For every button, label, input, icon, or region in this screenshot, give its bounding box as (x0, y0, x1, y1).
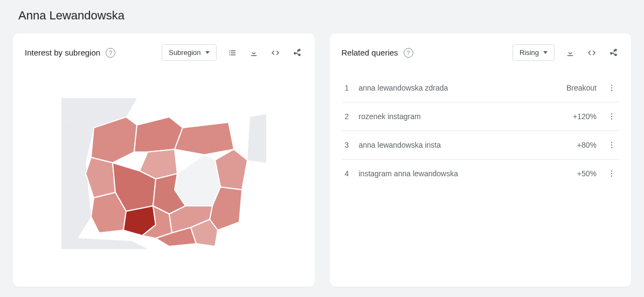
page-title: Anna Lewandowska (18, 9, 631, 23)
svg-point-2 (611, 87, 612, 88)
svg-point-11 (611, 173, 612, 174)
embed-icon[interactable] (586, 47, 598, 59)
caret-down-icon (205, 51, 210, 54)
query-rank: 4 (345, 169, 351, 178)
query-text: anna lewandowska insta (359, 141, 570, 149)
query-row[interactable]: 4 instagram anna lewandowska +50% (342, 160, 620, 188)
svg-point-3 (611, 90, 612, 91)
subregion-dropdown[interactable]: Subregion (162, 44, 216, 61)
download-icon[interactable] (564, 47, 576, 59)
query-value: +50% (577, 169, 597, 178)
subregion-card-title: Interest by subregion (25, 48, 100, 57)
embed-icon[interactable] (269, 47, 281, 59)
related-queries-card: Related queries ? Rising (330, 33, 632, 287)
svg-point-6 (611, 119, 612, 120)
rising-dropdown[interactable]: Rising (513, 44, 555, 61)
query-rank: 2 (345, 112, 351, 121)
svg-point-8 (611, 144, 612, 146)
rising-dropdown-label: Rising (520, 49, 539, 57)
download-icon[interactable] (248, 47, 260, 59)
svg-point-5 (611, 116, 612, 117)
query-value: +120% (573, 112, 597, 121)
query-row[interactable]: 2 rozenek instagram +120% (342, 102, 620, 131)
interest-by-subregion-card: Interest by subregion ? Subregion (13, 33, 315, 287)
query-rank: 1 (345, 84, 351, 92)
more-options-icon[interactable] (607, 141, 616, 149)
help-icon[interactable]: ? (106, 48, 115, 58)
subregion-map[interactable] (25, 74, 303, 273)
caret-down-icon (543, 51, 548, 54)
query-value: Breakout (566, 84, 597, 92)
query-rank: 3 (345, 141, 351, 149)
svg-point-9 (611, 147, 612, 148)
svg-point-10 (611, 170, 612, 171)
help-icon[interactable]: ? (404, 48, 413, 58)
related-queries-list: 1 anna lewandowska zdrada Breakout 2 roz… (342, 74, 620, 188)
region-warminsko-mazurskie[interactable] (175, 122, 234, 155)
svg-point-12 (611, 176, 612, 177)
svg-point-1 (611, 85, 612, 86)
subregion-dropdown-label: Subregion (169, 49, 200, 57)
related-queries-title: Related queries (342, 48, 398, 57)
query-text: anna lewandowska zdrada (359, 84, 559, 92)
query-row[interactable]: 1 anna lewandowska zdrada Breakout (342, 74, 620, 102)
more-options-icon[interactable] (607, 169, 616, 178)
more-options-icon[interactable] (607, 84, 616, 92)
query-value: +80% (577, 141, 597, 149)
query-row[interactable]: 3 anna lewandowska insta +80% (342, 131, 620, 160)
share-icon[interactable] (291, 47, 303, 59)
list-view-icon[interactable] (226, 47, 238, 59)
query-text: instagram anna lewandowska (359, 169, 570, 178)
query-text: rozenek instagram (359, 112, 566, 121)
svg-point-7 (611, 142, 612, 143)
more-options-icon[interactable] (607, 112, 616, 121)
share-icon[interactable] (607, 47, 619, 59)
svg-point-4 (611, 113, 612, 114)
